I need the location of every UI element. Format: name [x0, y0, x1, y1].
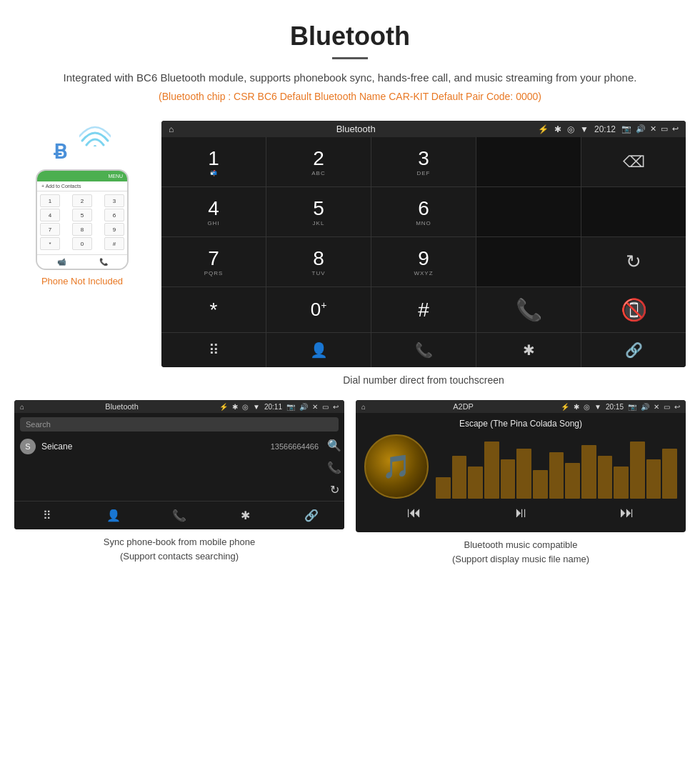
- pb-time: 20:11: [264, 403, 282, 411]
- car-bottom-bar: ⠿ 👤 📞 ✱ 🔗: [161, 332, 686, 367]
- keypad-row-4: * 0 #: [40, 237, 124, 250]
- volume-icon[interactable]: 🔊: [636, 124, 646, 134]
- phonebook-item: ⌂ Bluetooth ⚡ ✱ ◎ ▼ 20:11 📷 🔊 ✕ ▭ ↩ Sear…: [14, 400, 344, 566]
- dial-refresh[interactable]: ↻: [581, 237, 686, 286]
- bottom-phone-icon[interactable]: 📞: [371, 333, 476, 367]
- car-dial-screen: ⌂ Bluetooth ⚡ ✱ ◎ ▼ 20:12 📷 🔊 ✕ ▭ ↩: [161, 121, 686, 367]
- bluetooth-icon: Ƀ: [54, 140, 67, 164]
- dial-key-1[interactable]: 1 📬: [161, 137, 266, 186]
- music-loc-icon: ◎: [584, 403, 590, 411]
- music-back-icon[interactable]: ↩: [674, 403, 680, 411]
- phone-key-2[interactable]: 2: [72, 194, 92, 207]
- dial-key-3[interactable]: 3 DEF: [371, 137, 476, 186]
- phone-key-4[interactable]: 4: [40, 209, 60, 221]
- music-screen: ⌂ A2DP ⚡ ✱ ◎ ▼ 20:15 📷 🔊 ✕ ▭ ↩ Escape (T…: [356, 400, 686, 532]
- dial-key-2[interactable]: 2 ABC: [266, 137, 371, 186]
- dial-key-7[interactable]: 7 PQRS: [161, 237, 266, 286]
- phone-key-0[interactable]: 0: [72, 237, 92, 250]
- pb-search-bar[interactable]: Search: [20, 417, 339, 432]
- dial-key-hash[interactable]: #: [371, 287, 476, 332]
- phone-key-hash[interactable]: #: [104, 237, 124, 250]
- wifi-status-icon: ▼: [580, 124, 589, 134]
- bottom-contacts-icon[interactable]: 👤: [266, 333, 371, 367]
- pb-main: S Seicane 13566664466 🔍 📞 ↻: [14, 434, 344, 501]
- pb-cam-icon: 📷: [286, 403, 295, 411]
- music-content: Escape (The Pina Colada Song) 🎵 ⏮ ⏯ ⏭: [356, 413, 686, 532]
- phone-area: Ƀ MENU + Add to Contacts 1 2 3: [14, 121, 150, 286]
- bluetooth-status-icon: ✱: [554, 124, 561, 134]
- play-pause-button[interactable]: ⏯: [514, 504, 528, 521]
- phone-key-1[interactable]: 1: [40, 194, 60, 207]
- pb-contact-row[interactable]: S Seicane 13566664466: [14, 434, 324, 459]
- music-vol-icon: 🔊: [641, 403, 649, 411]
- wifi-signal-icon: [79, 121, 111, 153]
- phone-key-6[interactable]: 6: [104, 209, 124, 221]
- dial-key-5[interactable]: 5 JKL: [266, 187, 371, 236]
- pb-refresh-icon[interactable]: ↻: [330, 483, 339, 497]
- dial-key-6[interactable]: 6 MNO: [371, 187, 476, 236]
- dial-key-9[interactable]: 9 WXYZ: [371, 237, 476, 286]
- call-icon: 📞: [516, 297, 542, 322]
- window-icon[interactable]: ▭: [661, 124, 668, 134]
- bottom-grid-icon[interactable]: ⠿: [161, 333, 266, 367]
- next-button[interactable]: ⏭: [620, 504, 634, 521]
- music-controls: ⏮ ⏯ ⏭: [361, 499, 680, 527]
- dial-key-4[interactable]: 4 GHI: [161, 187, 266, 236]
- pb-contacts-icon[interactable]: 👤: [80, 502, 146, 529]
- music-win-icon: ▭: [664, 403, 670, 411]
- pb-close-icon[interactable]: ✕: [312, 403, 318, 411]
- pb-home-icon[interactable]: ⌂: [20, 403, 24, 411]
- bottom-bluetooth-icon[interactable]: ✱: [476, 333, 581, 367]
- music-close-icon[interactable]: ✕: [654, 403, 659, 411]
- music-status-bar: ⌂ A2DP ⚡ ✱ ◎ ▼ 20:15 📷 🔊 ✕ ▭ ↩: [356, 400, 686, 413]
- eq-bar: [436, 477, 451, 499]
- eq-bar: [581, 445, 596, 499]
- svg-point-0: [94, 145, 96, 146]
- eq-bar: [630, 442, 645, 499]
- pb-back-icon[interactable]: ↩: [333, 403, 339, 411]
- back-icon[interactable]: ↩: [672, 124, 679, 134]
- close-icon[interactable]: ✕: [650, 124, 656, 134]
- dial-caption: Dial number direct from touchscreen: [161, 367, 686, 397]
- phone-call-icon[interactable]: 📞: [99, 258, 108, 266]
- phone-key-3[interactable]: 3: [104, 194, 124, 207]
- phone-key-8[interactable]: 8: [72, 223, 92, 236]
- phone-key-7[interactable]: 7: [40, 223, 60, 236]
- dial-key-0[interactable]: 0+: [266, 287, 371, 332]
- pb-bluetooth-icon[interactable]: ✱: [212, 502, 278, 529]
- dial-key-star[interactable]: *: [161, 287, 266, 332]
- pb-contact-name: Seicane: [41, 442, 271, 452]
- dialpad-grid: 1 📬 2 ABC 3 DEF ⌫ 4 GHI: [161, 137, 686, 332]
- dial-call-button[interactable]: 📞: [476, 287, 581, 332]
- pb-grid-icon[interactable]: ⠿: [14, 502, 80, 529]
- pb-call-icon[interactable]: 📞: [327, 461, 341, 474]
- dial-backspace[interactable]: ⌫: [581, 137, 686, 186]
- eq-bar: [452, 456, 467, 499]
- pb-list: S Seicane 13566664466: [14, 434, 324, 501]
- phone-key-5[interactable]: 5: [72, 209, 92, 221]
- pb-phone-icon[interactable]: 📞: [146, 502, 212, 529]
- dial-key-8[interactable]: 8 TUV: [266, 237, 371, 286]
- keypad-row-2: 4 5 6: [40, 209, 124, 221]
- header-divider: [332, 57, 368, 59]
- music-item: ⌂ A2DP ⚡ ✱ ◎ ▼ 20:15 📷 🔊 ✕ ▭ ↩ Escape (T…: [356, 400, 686, 566]
- pb-search-icon[interactable]: 🔍: [327, 439, 341, 452]
- hangup-icon: 📵: [621, 297, 647, 322]
- phone-key-star[interactable]: *: [40, 237, 60, 250]
- bottom-link-icon[interactable]: 🔗: [581, 333, 686, 367]
- keypad-row-1: 1 2 3: [40, 194, 124, 207]
- music-home-icon[interactable]: ⌂: [361, 403, 366, 411]
- dial-empty-4: [476, 237, 581, 286]
- pb-link-icon[interactable]: 🔗: [279, 502, 344, 529]
- dial-hangup-button[interactable]: 📵: [581, 287, 686, 332]
- screen-title: Bluetooth: [179, 124, 532, 134]
- bottom-row: ⌂ Bluetooth ⚡ ✱ ◎ ▼ 20:11 📷 🔊 ✕ ▭ ↩ Sear…: [0, 400, 700, 566]
- pb-search-placeholder: Search: [26, 420, 51, 429]
- prev-button[interactable]: ⏮: [407, 504, 421, 521]
- home-icon[interactable]: ⌂: [169, 124, 174, 134]
- pb-wifi-icon: ▼: [253, 403, 260, 411]
- phone-key-9[interactable]: 9: [104, 223, 124, 236]
- music-visual: 🎵: [361, 434, 680, 499]
- camera-icon[interactable]: 📷: [621, 124, 631, 134]
- song-title: Escape (The Pina Colada Song): [459, 419, 582, 429]
